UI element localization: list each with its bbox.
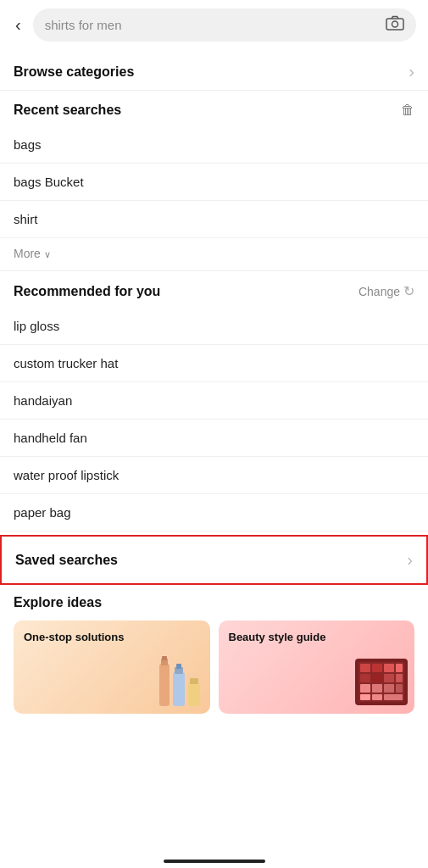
recent-search-item[interactable]: bags Bucket xyxy=(0,164,428,201)
svg-rect-25 xyxy=(372,694,382,700)
saved-searches-label: Saved searches xyxy=(15,553,118,568)
svg-rect-21 xyxy=(372,684,382,693)
search-input-wrap[interactable]: shirts for men xyxy=(33,8,416,42)
browse-categories-label: Browse categories xyxy=(14,64,134,80)
svg-point-1 xyxy=(392,21,398,27)
refresh-icon xyxy=(403,283,414,299)
svg-rect-15 xyxy=(396,664,403,672)
svg-rect-4 xyxy=(162,656,167,660)
svg-rect-24 xyxy=(360,694,370,700)
chevron-down-icon xyxy=(44,247,51,260)
explore-title: Explore ideas xyxy=(14,595,414,610)
recent-search-item[interactable]: bags xyxy=(0,126,428,164)
card-one-label: One-stop solutions xyxy=(24,631,124,645)
saved-searches-row[interactable]: Saved searches xyxy=(0,535,428,585)
card-two-illustration xyxy=(287,646,414,714)
svg-rect-0 xyxy=(386,19,403,30)
card-two-label: Beauty style guide xyxy=(229,631,326,645)
svg-rect-9 xyxy=(190,678,198,684)
more-button[interactable]: More xyxy=(0,238,428,270)
recommended-item[interactable]: handaiyan xyxy=(0,382,428,420)
saved-searches-chevron xyxy=(407,550,413,570)
explore-section: Explore ideas One-stop solutions xyxy=(0,585,428,724)
bottle-group xyxy=(153,647,210,714)
recommended-item[interactable]: custom trucker hat xyxy=(0,345,428,382)
svg-rect-16 xyxy=(360,674,370,682)
svg-rect-5 xyxy=(173,672,185,706)
svg-rect-19 xyxy=(396,674,403,682)
recommended-label: Recommended for you xyxy=(14,284,160,299)
explore-card-one-stop[interactable]: One-stop solutions xyxy=(14,620,210,714)
svg-rect-13 xyxy=(372,664,382,672)
recent-searches-header: Recent searches xyxy=(0,91,428,126)
more-label: More xyxy=(14,247,41,260)
recommended-item[interactable]: handheld fan xyxy=(0,420,428,457)
svg-rect-20 xyxy=(360,684,370,693)
recommended-header: Recommended for you Change xyxy=(0,271,428,308)
svg-rect-7 xyxy=(176,664,181,669)
camera-icon[interactable] xyxy=(386,15,404,35)
recent-search-item[interactable]: shirt xyxy=(0,201,428,238)
svg-rect-22 xyxy=(384,684,394,693)
svg-rect-17 xyxy=(372,674,382,682)
change-button[interactable]: Change xyxy=(359,283,414,299)
change-label: Change xyxy=(359,285,400,298)
browse-categories-row[interactable]: Browse categories xyxy=(0,50,428,90)
search-input[interactable]: shirts for men xyxy=(45,18,379,32)
svg-rect-12 xyxy=(360,664,370,672)
delete-recent-button[interactable] xyxy=(401,103,414,118)
recent-searches-label: Recent searches xyxy=(14,103,121,118)
svg-rect-2 xyxy=(159,664,170,706)
svg-rect-14 xyxy=(384,664,394,672)
recommended-item[interactable]: water proof lipstick xyxy=(0,457,428,494)
svg-rect-8 xyxy=(188,682,200,706)
recommended-item[interactable]: paper bag xyxy=(0,494,428,531)
home-bar xyxy=(164,860,265,863)
svg-rect-23 xyxy=(396,684,403,693)
card-one-illustration xyxy=(82,646,209,714)
recommended-item[interactable]: lip gloss xyxy=(0,308,428,345)
svg-rect-26 xyxy=(384,694,403,700)
explore-card-beauty[interactable]: Beauty style guide xyxy=(219,620,415,714)
explore-cards: One-stop solutions xyxy=(14,620,414,714)
back-button[interactable]: ‹ xyxy=(12,12,25,38)
browse-categories-chevron xyxy=(409,62,414,81)
search-bar: ‹ shirts for men xyxy=(0,0,428,50)
svg-rect-18 xyxy=(384,674,394,682)
home-indicator xyxy=(0,849,428,868)
